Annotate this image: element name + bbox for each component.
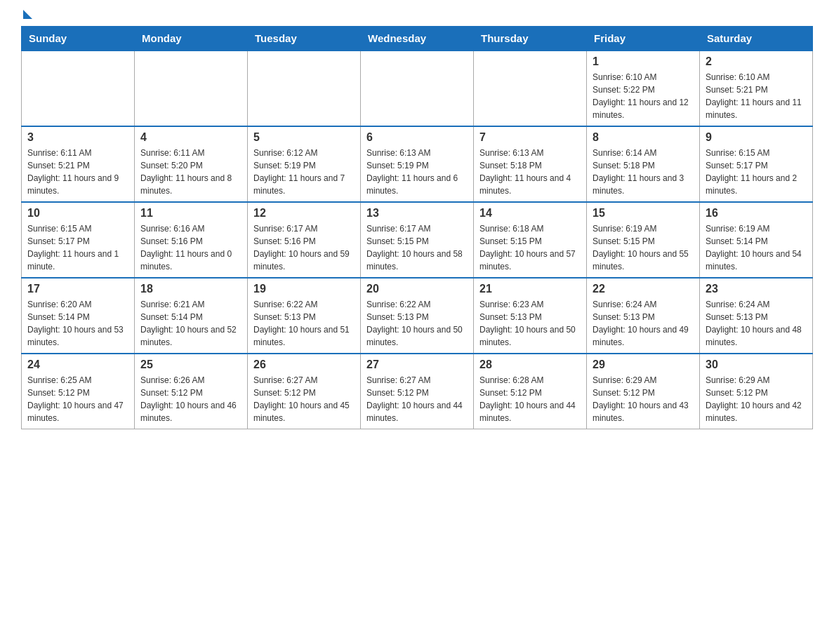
calendar-cell: 29Sunrise: 6:29 AM Sunset: 5:12 PM Dayli… bbox=[587, 354, 700, 429]
calendar-cell: 20Sunrise: 6:22 AM Sunset: 5:13 PM Dayli… bbox=[361, 278, 474, 354]
day-number: 8 bbox=[593, 131, 694, 144]
cell-sun-info: Sunrise: 6:17 AM Sunset: 5:16 PM Dayligh… bbox=[253, 222, 355, 273]
day-number: 22 bbox=[593, 283, 694, 295]
calendar-cell bbox=[248, 51, 361, 126]
calendar-cell bbox=[361, 51, 474, 126]
day-number: 1 bbox=[593, 55, 694, 68]
logo-arrow-icon bbox=[23, 10, 32, 19]
cell-sun-info: Sunrise: 6:26 AM Sunset: 5:12 PM Dayligh… bbox=[140, 374, 241, 424]
day-number: 25 bbox=[140, 358, 241, 371]
day-number: 27 bbox=[366, 358, 468, 371]
day-number: 13 bbox=[366, 207, 468, 220]
calendar-cell: 14Sunrise: 6:18 AM Sunset: 5:15 PM Dayli… bbox=[474, 202, 587, 278]
week-row-1: 1Sunrise: 6:10 AM Sunset: 5:22 PM Daylig… bbox=[22, 51, 813, 126]
week-row-2: 3Sunrise: 6:11 AM Sunset: 5:21 PM Daylig… bbox=[22, 126, 813, 202]
cell-sun-info: Sunrise: 6:17 AM Sunset: 5:15 PM Dayligh… bbox=[366, 222, 468, 273]
cell-sun-info: Sunrise: 6:13 AM Sunset: 5:19 PM Dayligh… bbox=[366, 147, 468, 197]
cell-sun-info: Sunrise: 6:19 AM Sunset: 5:14 PM Dayligh… bbox=[706, 222, 807, 273]
calendar-table: SundayMondayTuesdayWednesdayThursdayFrid… bbox=[21, 26, 813, 429]
cell-sun-info: Sunrise: 6:19 AM Sunset: 5:15 PM Dayligh… bbox=[593, 222, 694, 273]
cell-sun-info: Sunrise: 6:28 AM Sunset: 5:12 PM Dayligh… bbox=[479, 374, 581, 424]
days-of-week-row: SundayMondayTuesdayWednesdayThursdayFrid… bbox=[22, 27, 813, 51]
cell-sun-info: Sunrise: 6:10 AM Sunset: 5:22 PM Dayligh… bbox=[593, 71, 694, 121]
calendar-cell: 13Sunrise: 6:17 AM Sunset: 5:15 PM Dayli… bbox=[361, 202, 474, 278]
cell-sun-info: Sunrise: 6:10 AM Sunset: 5:21 PM Dayligh… bbox=[706, 71, 807, 121]
day-number: 3 bbox=[27, 131, 128, 144]
day-number: 18 bbox=[140, 283, 241, 295]
day-number: 14 bbox=[479, 207, 581, 220]
day-number: 20 bbox=[366, 283, 468, 295]
day-header-friday: Friday bbox=[587, 27, 700, 51]
day-header-thursday: Thursday bbox=[474, 27, 587, 51]
cell-sun-info: Sunrise: 6:15 AM Sunset: 5:17 PM Dayligh… bbox=[706, 147, 807, 197]
cell-sun-info: Sunrise: 6:13 AM Sunset: 5:18 PM Dayligh… bbox=[479, 147, 581, 197]
cell-sun-info: Sunrise: 6:15 AM Sunset: 5:17 PM Dayligh… bbox=[27, 222, 128, 273]
calendar-cell: 15Sunrise: 6:19 AM Sunset: 5:15 PM Dayli… bbox=[587, 202, 700, 278]
calendar-cell: 17Sunrise: 6:20 AM Sunset: 5:14 PM Dayli… bbox=[22, 278, 135, 354]
calendar-cell: 5Sunrise: 6:12 AM Sunset: 5:19 PM Daylig… bbox=[248, 126, 361, 202]
calendar-cell: 6Sunrise: 6:13 AM Sunset: 5:19 PM Daylig… bbox=[361, 126, 474, 202]
calendar-cell: 16Sunrise: 6:19 AM Sunset: 5:14 PM Dayli… bbox=[700, 202, 813, 278]
calendar-cell: 9Sunrise: 6:15 AM Sunset: 5:17 PM Daylig… bbox=[700, 126, 813, 202]
day-header-monday: Monday bbox=[135, 27, 248, 51]
day-number: 9 bbox=[706, 131, 807, 144]
day-number: 5 bbox=[253, 131, 355, 144]
calendar-cell: 1Sunrise: 6:10 AM Sunset: 5:22 PM Daylig… bbox=[587, 51, 700, 126]
day-number: 30 bbox=[706, 358, 807, 371]
calendar-cell: 22Sunrise: 6:24 AM Sunset: 5:13 PM Dayli… bbox=[587, 278, 700, 354]
calendar-cell: 8Sunrise: 6:14 AM Sunset: 5:18 PM Daylig… bbox=[587, 126, 700, 202]
calendar-cell: 24Sunrise: 6:25 AM Sunset: 5:12 PM Dayli… bbox=[22, 354, 135, 429]
calendar-cell: 19Sunrise: 6:22 AM Sunset: 5:13 PM Dayli… bbox=[248, 278, 361, 354]
cell-sun-info: Sunrise: 6:16 AM Sunset: 5:16 PM Dayligh… bbox=[140, 222, 241, 273]
week-row-5: 24Sunrise: 6:25 AM Sunset: 5:12 PM Dayli… bbox=[22, 354, 813, 429]
day-number: 29 bbox=[593, 358, 694, 371]
day-number: 6 bbox=[366, 131, 468, 144]
day-number: 28 bbox=[479, 358, 581, 371]
day-number: 21 bbox=[479, 283, 581, 295]
calendar-cell: 25Sunrise: 6:26 AM Sunset: 5:12 PM Dayli… bbox=[135, 354, 248, 429]
calendar-cell: 26Sunrise: 6:27 AM Sunset: 5:12 PM Dayli… bbox=[248, 354, 361, 429]
calendar-cell: 7Sunrise: 6:13 AM Sunset: 5:18 PM Daylig… bbox=[474, 126, 587, 202]
cell-sun-info: Sunrise: 6:18 AM Sunset: 5:15 PM Dayligh… bbox=[479, 222, 581, 273]
cell-sun-info: Sunrise: 6:21 AM Sunset: 5:14 PM Dayligh… bbox=[140, 298, 241, 349]
cell-sun-info: Sunrise: 6:24 AM Sunset: 5:13 PM Dayligh… bbox=[706, 298, 807, 349]
day-number: 12 bbox=[253, 207, 355, 220]
day-number: 10 bbox=[27, 207, 128, 220]
calendar-cell: 23Sunrise: 6:24 AM Sunset: 5:13 PM Dayli… bbox=[700, 278, 813, 354]
day-number: 4 bbox=[140, 131, 241, 144]
cell-sun-info: Sunrise: 6:27 AM Sunset: 5:12 PM Dayligh… bbox=[366, 374, 468, 424]
day-header-tuesday: Tuesday bbox=[248, 27, 361, 51]
day-number: 16 bbox=[706, 207, 807, 220]
calendar-cell: 11Sunrise: 6:16 AM Sunset: 5:16 PM Dayli… bbox=[135, 202, 248, 278]
cell-sun-info: Sunrise: 6:14 AM Sunset: 5:18 PM Dayligh… bbox=[593, 147, 694, 197]
calendar-cell: 12Sunrise: 6:17 AM Sunset: 5:16 PM Dayli… bbox=[248, 202, 361, 278]
cell-sun-info: Sunrise: 6:25 AM Sunset: 5:12 PM Dayligh… bbox=[27, 374, 128, 424]
day-number: 7 bbox=[479, 131, 581, 144]
cell-sun-info: Sunrise: 6:24 AM Sunset: 5:13 PM Dayligh… bbox=[593, 298, 694, 349]
calendar-cell: 10Sunrise: 6:15 AM Sunset: 5:17 PM Dayli… bbox=[22, 202, 135, 278]
cell-sun-info: Sunrise: 6:29 AM Sunset: 5:12 PM Dayligh… bbox=[593, 374, 694, 424]
cell-sun-info: Sunrise: 6:22 AM Sunset: 5:13 PM Dayligh… bbox=[253, 298, 355, 349]
cell-sun-info: Sunrise: 6:23 AM Sunset: 5:13 PM Dayligh… bbox=[479, 298, 581, 349]
cell-sun-info: Sunrise: 6:11 AM Sunset: 5:21 PM Dayligh… bbox=[27, 147, 128, 197]
week-row-4: 17Sunrise: 6:20 AM Sunset: 5:14 PM Dayli… bbox=[22, 278, 813, 354]
calendar-cell: 28Sunrise: 6:28 AM Sunset: 5:12 PM Dayli… bbox=[474, 354, 587, 429]
calendar-cell bbox=[474, 51, 587, 126]
calendar-cell: 27Sunrise: 6:27 AM Sunset: 5:12 PM Dayli… bbox=[361, 354, 474, 429]
cell-sun-info: Sunrise: 6:11 AM Sunset: 5:20 PM Dayligh… bbox=[140, 147, 241, 197]
day-number: 2 bbox=[706, 55, 807, 68]
logo bbox=[21, 14, 32, 19]
page-header bbox=[21, 14, 813, 19]
calendar-cell: 4Sunrise: 6:11 AM Sunset: 5:20 PM Daylig… bbox=[135, 126, 248, 202]
day-number: 26 bbox=[253, 358, 355, 371]
day-number: 17 bbox=[27, 283, 128, 295]
day-number: 23 bbox=[706, 283, 807, 295]
cell-sun-info: Sunrise: 6:29 AM Sunset: 5:12 PM Dayligh… bbox=[706, 374, 807, 424]
calendar-cell: 21Sunrise: 6:23 AM Sunset: 5:13 PM Dayli… bbox=[474, 278, 587, 354]
cell-sun-info: Sunrise: 6:12 AM Sunset: 5:19 PM Dayligh… bbox=[253, 147, 355, 197]
calendar-cell: 2Sunrise: 6:10 AM Sunset: 5:21 PM Daylig… bbox=[700, 51, 813, 126]
cell-sun-info: Sunrise: 6:20 AM Sunset: 5:14 PM Dayligh… bbox=[27, 298, 128, 349]
day-number: 15 bbox=[593, 207, 694, 220]
calendar-cell bbox=[135, 51, 248, 126]
day-header-sunday: Sunday bbox=[22, 27, 135, 51]
